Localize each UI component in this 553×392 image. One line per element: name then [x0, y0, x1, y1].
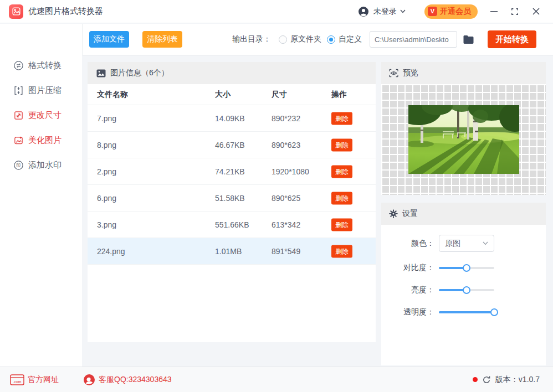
- slider[interactable]: [439, 264, 494, 272]
- table-body: 7.png 14.09KB 890*232 删除 8.png 46.67KB 8…: [88, 105, 376, 265]
- sidebar-item-beautify[interactable]: 美化图片: [13, 133, 62, 147]
- radio-custom[interactable]: 自定义: [327, 34, 362, 44]
- file-size: 551.66KB: [215, 220, 249, 229]
- slider-thumb[interactable]: [463, 264, 470, 272]
- svg-text:印: 印: [16, 163, 21, 168]
- file-name: 7.png: [97, 114, 116, 123]
- table-row[interactable]: 8.png 46.67KB 890*623 删除: [88, 132, 376, 158]
- settings-body: 颜色： 原图 对比度： 亮度： 透明度：: [381, 225, 546, 365]
- app-title: 优速图片格式转换器: [28, 6, 103, 17]
- file-name: 6.png: [97, 194, 116, 203]
- minimize-button[interactable]: [485, 3, 502, 20]
- official-website-link[interactable]: .com 官方网址: [10, 374, 59, 385]
- sidebar-item-watermark[interactable]: 印 添加水印: [13, 158, 62, 172]
- slider-thumb[interactable]: [490, 308, 498, 316]
- customer-service-link[interactable]: 客服QQ:3234303643: [83, 374, 172, 386]
- start-convert-button[interactable]: 开始转换: [488, 30, 536, 48]
- app-window: 优速图片格式转换器 未登录 V 开通会员: [0, 0, 553, 392]
- status-dot: [473, 377, 478, 382]
- table-row[interactable]: 2.png 74.21KB 1920*1080 删除: [88, 158, 376, 185]
- delete-button[interactable]: 删除: [331, 138, 352, 151]
- qq-label: 客服QQ:3234303643: [99, 375, 172, 385]
- customer-service-icon: [83, 374, 95, 386]
- color-dropdown[interactable]: 原图: [439, 235, 494, 252]
- image-info-header: 图片信息（6个）: [88, 62, 376, 84]
- output-path-input[interactable]: [370, 31, 457, 48]
- radio-icon: [327, 35, 335, 44]
- file-dimensions: 1920*1080: [272, 167, 309, 176]
- file-name: 3.png: [97, 220, 116, 229]
- table-row[interactable]: 7.png 14.09KB 890*232 删除: [88, 105, 376, 132]
- slider[interactable]: [439, 286, 494, 294]
- login-control[interactable]: 未登录: [358, 6, 406, 17]
- maximize-button[interactable]: [506, 3, 523, 20]
- radio-original-label: 原文件夹: [290, 34, 321, 44]
- color-setting-row: 颜色： 原图: [381, 235, 546, 252]
- slider-row: 对比度：: [381, 260, 546, 276]
- output-dir-radio-group: 原文件夹 自定义: [273, 34, 362, 44]
- slider-fill: [439, 311, 494, 313]
- vip-label: 开通会员: [440, 7, 471, 17]
- sidebar-item-format-convert[interactable]: 格式转换: [13, 58, 62, 73]
- refresh-icon[interactable]: [482, 375, 491, 384]
- file-dimensions: 890*625: [272, 194, 300, 203]
- settings-panel: 设置 颜色： 原图 对比度： 亮度：: [381, 203, 546, 365]
- slider-label: 透明度：: [403, 307, 434, 317]
- radio-original-folder[interactable]: 原文件夹: [279, 34, 321, 44]
- website-icon: .com: [10, 374, 24, 385]
- color-label: 颜色：: [411, 239, 434, 249]
- preview-title: 预览: [403, 68, 418, 78]
- radio-icon: [279, 35, 287, 44]
- delete-button[interactable]: 删除: [331, 218, 352, 231]
- image-info-title: 图片信息（6个）: [110, 68, 169, 78]
- delete-button[interactable]: 删除: [331, 245, 352, 257]
- file-list-panel: 图片信息（6个） 文件名称 大小 尺寸 操作 7.png 14.09KB 890…: [88, 62, 376, 342]
- login-status[interactable]: 未登录: [373, 7, 397, 17]
- delete-button[interactable]: 删除: [331, 192, 352, 204]
- toolbar: 添加文件 清除列表 输出目录： 原文件夹 自定义 开始转换: [82, 24, 553, 55]
- convert-icon: [13, 60, 24, 71]
- browse-folder-button[interactable]: [463, 35, 474, 44]
- file-size: 14.09KB: [215, 114, 245, 123]
- table-row[interactable]: 3.png 551.66KB 613*342 删除: [88, 212, 376, 238]
- sidebar-item-resize[interactable]: 更改尺寸: [13, 108, 62, 122]
- footer: .com 官方网址 客服QQ:3234303643 版本：v1.0.7: [0, 367, 553, 392]
- settings-title: 设置: [402, 209, 418, 219]
- sidebar: 格式转换 图片压缩 更改尺寸 美化图片: [0, 24, 82, 367]
- table-row[interactable]: 6.png 51.58KB 890*625 删除: [88, 185, 376, 212]
- open-vip-button[interactable]: V 开通会员: [424, 4, 478, 19]
- file-name: 2.png: [97, 167, 116, 176]
- radio-custom-label: 自定义: [339, 34, 362, 44]
- user-avatar-icon: [358, 6, 369, 17]
- column-file-name: 文件名称: [97, 90, 128, 100]
- sidebar-item-image-compress[interactable]: 图片压缩: [13, 83, 62, 97]
- version-label: 版本：v1.0.7: [495, 375, 540, 385]
- slider[interactable]: [439, 308, 494, 316]
- column-actions: 操作: [331, 90, 347, 100]
- slider-row: 亮度：: [381, 282, 546, 298]
- file-size: 1.01MB: [215, 247, 242, 256]
- sidebar-item-label: 图片压缩: [28, 85, 62, 96]
- clear-list-button[interactable]: 清除列表: [142, 31, 182, 48]
- slider-thumb[interactable]: [463, 286, 470, 294]
- preview-eye-icon: [389, 69, 398, 78]
- sidebar-item-label: 格式转换: [28, 60, 62, 71]
- resize-icon: [13, 110, 24, 121]
- vip-badge-icon: V: [428, 7, 437, 16]
- image-info-icon: [96, 69, 106, 78]
- file-name: 8.png: [97, 141, 116, 149]
- table-row[interactable]: 224.png 1.01MB 891*549 删除: [88, 238, 376, 265]
- add-files-button[interactable]: 添加文件: [89, 31, 129, 48]
- sidebar-item-label: 添加水印: [28, 160, 62, 171]
- delete-button[interactable]: 删除: [331, 112, 352, 125]
- transparency-checkerboard: [381, 84, 546, 195]
- column-size: 大小: [215, 90, 231, 100]
- file-dimensions: 890*623: [272, 141, 300, 149]
- titlebar: 优速图片格式转换器 未登录 V 开通会员: [0, 0, 553, 23]
- slider-label: 对比度：: [403, 263, 434, 273]
- close-button[interactable]: [528, 3, 544, 20]
- svg-text:.com: .com: [13, 379, 22, 383]
- slider-row: 透明度：: [381, 305, 546, 320]
- delete-button[interactable]: 删除: [331, 165, 352, 178]
- file-size: 74.21KB: [215, 167, 245, 176]
